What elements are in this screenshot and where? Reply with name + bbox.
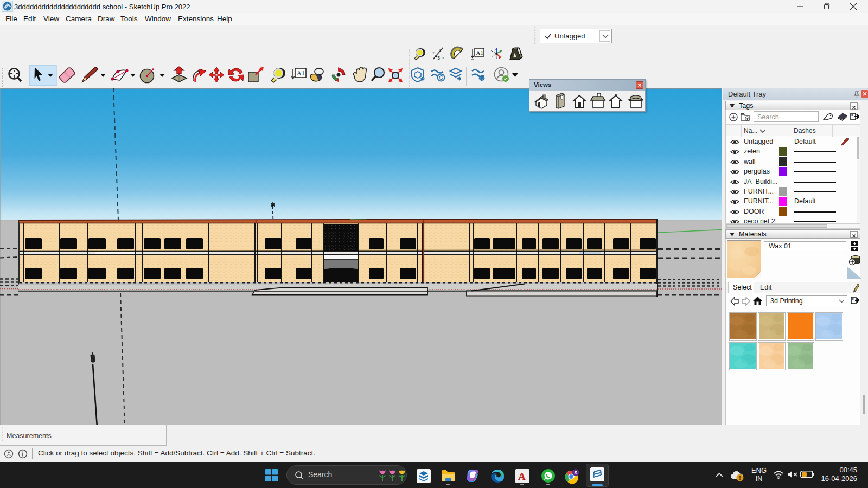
svg-text:S: S [575, 470, 578, 476]
svg-text:A1: A1 [476, 49, 483, 56]
svg-text:A: A [518, 471, 526, 482]
svg-text:A1: A1 [297, 69, 305, 77]
svg-text:3: 3 [437, 55, 440, 61]
